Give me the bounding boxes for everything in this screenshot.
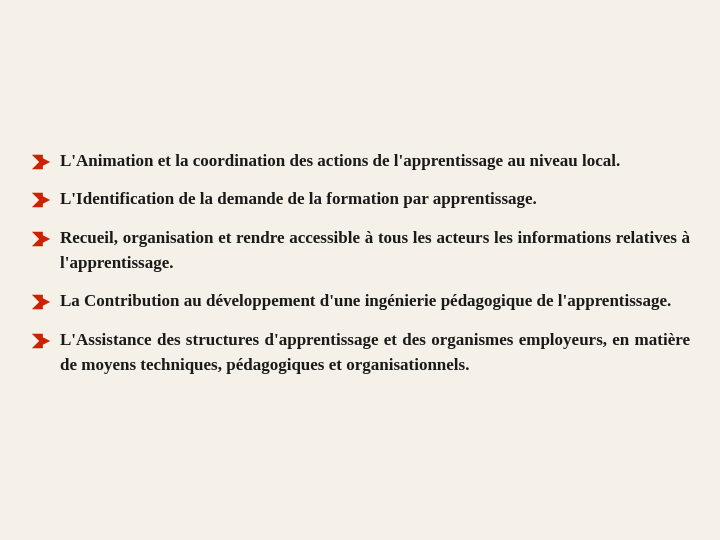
svg-marker-0 xyxy=(32,154,50,169)
item4-text: La Contribution au développement d'une i… xyxy=(60,289,671,314)
item2-text: L'Identification de la demande de la for… xyxy=(60,187,537,212)
list-item: La Contribution au développement d'une i… xyxy=(30,289,690,314)
arrow-icon xyxy=(30,291,52,313)
item5-text: L'Assistance des structures d'apprentiss… xyxy=(60,328,690,377)
svg-marker-4 xyxy=(32,334,50,349)
list-item: L'Identification de la demande de la for… xyxy=(30,187,690,212)
svg-marker-1 xyxy=(32,193,50,208)
list-item: L'Assistance des structures d'apprentiss… xyxy=(30,328,690,377)
arrow-icon xyxy=(30,228,52,250)
content-container: L'Animation et la coordination des actio… xyxy=(20,129,700,411)
arrow-icon xyxy=(30,330,52,352)
arrow-icon xyxy=(30,189,52,211)
item3-text: Recueil, organisation et rendre accessib… xyxy=(60,226,690,275)
svg-marker-3 xyxy=(32,295,50,310)
arrow-icon xyxy=(30,151,52,173)
list-item: L'Animation et la coordination des actio… xyxy=(30,149,690,174)
list-item: Recueil, organisation et rendre accessib… xyxy=(30,226,690,275)
item1-text: L'Animation et la coordination des actio… xyxy=(60,149,620,174)
svg-marker-2 xyxy=(32,232,50,247)
